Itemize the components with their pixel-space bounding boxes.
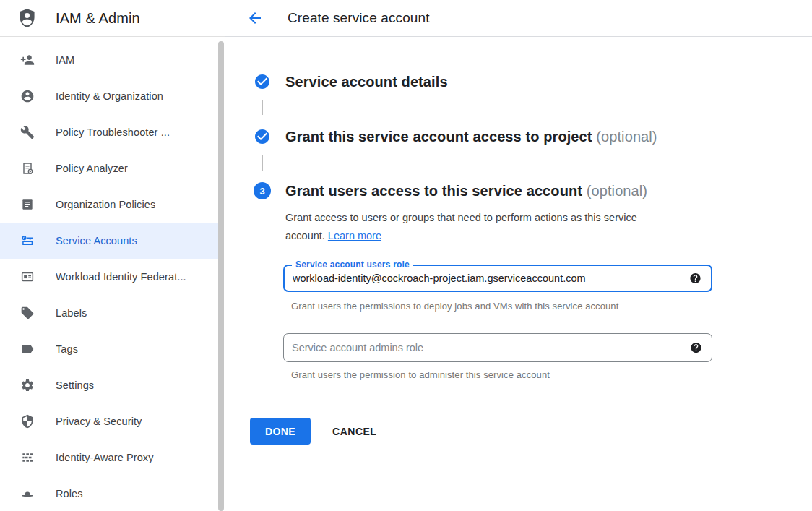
sidebar-item-workload-identity-federat[interactable]: Workload Identity Federat...	[0, 259, 219, 295]
users-role-field: Service account users role	[283, 265, 712, 292]
proxy-grid-icon	[20, 450, 35, 465]
sidebar-item-tags[interactable]: Tags	[0, 331, 219, 367]
help-icon[interactable]	[690, 342, 702, 354]
product-title: IAM & Admin	[56, 10, 140, 27]
cancel-button[interactable]: CANCEL	[332, 426, 376, 437]
step-3-title: Grant users access to this service accou…	[285, 180, 647, 202]
users-role-input[interactable]	[285, 266, 675, 291]
action-buttons: DONE CANCEL	[250, 418, 812, 445]
sidebar-item-label: Identity & Organization	[56, 90, 163, 102]
sidebar-item-label: Workload Identity Federat...	[56, 271, 186, 283]
check-circle-icon	[254, 73, 271, 90]
sidebar-item-label: Tags	[56, 343, 78, 355]
sidebar-item-identity-aware-proxy[interactable]: Identity-Aware Proxy	[0, 439, 219, 476]
sidebar-scrollbar[interactable]	[218, 41, 224, 511]
step-2-title[interactable]: Grant this service account access to pro…	[285, 126, 675, 147]
wizard-content: Service account details Grant this servi…	[225, 37, 812, 445]
step-3-optional-label: (optional)	[587, 183, 647, 199]
sidebar-item-identity-organization[interactable]: Identity & Organization	[0, 78, 219, 114]
arrow-back-icon	[246, 9, 264, 27]
account-circle-icon	[20, 89, 35, 103]
service-account-key-icon	[20, 233, 35, 248]
sidebar-nav: IAMIdentity & OrganizationPolicy Trouble…	[0, 37, 219, 511]
sidebar-item-labels[interactable]: Labels	[0, 295, 219, 331]
sidebar-item-iam[interactable]: IAM	[0, 42, 219, 78]
done-button[interactable]: DONE	[250, 418, 311, 445]
users-role-field-label: Service account users role	[292, 259, 413, 270]
sidebar-item-label: Roles	[56, 488, 83, 499]
sidebar-item-label: Settings	[56, 379, 94, 391]
step-1-row: Service account details	[254, 71, 812, 93]
step-connector	[262, 100, 263, 115]
back-button[interactable]	[246, 9, 264, 27]
learn-more-link[interactable]: Learn more	[328, 230, 381, 241]
users-role-helper-text: Grant users the permissions to deploy jo…	[291, 301, 812, 312]
check-circle-icon	[254, 128, 271, 145]
shield-icon	[20, 414, 35, 429]
sidebar: IAM & Admin IAMIdentity & OrganizationPo…	[0, 0, 225, 511]
sidebar-item-label: Privacy & Security	[56, 416, 142, 427]
sidebar-item-organization-policies[interactable]: Organization Policies	[0, 186, 219, 223]
roles-hat-icon	[20, 486, 35, 501]
step-2-row: Grant this service account access to pro…	[254, 126, 812, 147]
sidebar-item-label: Organization Policies	[56, 199, 155, 210]
app-window: IAM & Admin IAMIdentity & OrganizationPo…	[0, 0, 812, 511]
sidebar-item-label: Policy Analyzer	[56, 163, 128, 174]
gear-icon	[20, 378, 35, 392]
admins-role-field	[283, 333, 712, 362]
step-3-row: 3 Grant users access to this service acc…	[254, 180, 812, 202]
wrench-icon	[20, 125, 35, 139]
sidebar-item-label: Identity-Aware Proxy	[56, 452, 154, 463]
sidebar-item-roles[interactable]: Roles	[0, 476, 219, 511]
step-connector	[262, 155, 263, 171]
admins-role-input[interactable]	[284, 334, 675, 361]
step-3-number-badge: 3	[254, 182, 271, 199]
iam-shield-logo-icon	[16, 7, 38, 30]
sidebar-item-label: Service Accounts	[56, 235, 137, 246]
sidebar-item-policy-troubleshooter[interactable]: Policy Troubleshooter ...	[0, 114, 219, 150]
label-tag-icon	[20, 306, 35, 320]
page-title: Create service account	[288, 10, 430, 26]
sidebar-item-policy-analyzer[interactable]: Policy Analyzer	[0, 150, 219, 186]
main-panel: Create service account Service account d…	[225, 0, 812, 511]
tag-arrow-icon	[20, 342, 35, 356]
badge-card-icon	[20, 270, 35, 284]
sidebar-item-service-accounts[interactable]: Service Accounts	[0, 223, 219, 259]
article-icon	[20, 197, 35, 212]
sidebar-item-label: Labels	[56, 307, 87, 319]
admins-role-helper-text: Grant users the permission to administer…	[291, 369, 812, 380]
sidebar-item-privacy-security[interactable]: Privacy & Security	[0, 403, 219, 439]
product-header: IAM & Admin	[0, 0, 225, 37]
step-2-optional-label: (optional)	[596, 129, 657, 145]
sidebar-item-label: Policy Troubleshooter ...	[56, 126, 170, 138]
help-icon[interactable]	[689, 272, 701, 285]
policy-analyzer-icon	[20, 161, 35, 176]
step-3-description: Grant access to users or groups that nee…	[285, 209, 679, 245]
sidebar-item-label: IAM	[56, 54, 74, 66]
person-add-icon	[20, 53, 35, 67]
page-header: Create service account	[225, 0, 812, 37]
step-1-title[interactable]: Service account details	[285, 71, 448, 93]
sidebar-item-settings[interactable]: Settings	[0, 367, 219, 403]
